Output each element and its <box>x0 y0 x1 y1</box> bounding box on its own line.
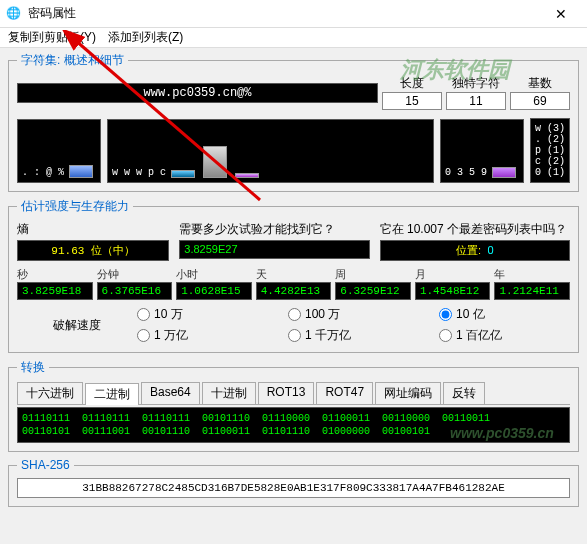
estimate-legend: 估计强度与生存能力 <box>17 198 133 215</box>
worst-list-value: 位置: 0 <box>380 240 570 261</box>
length-value: 15 <box>382 92 442 110</box>
charset-group: 字符集: 概述和细节 www.pc0359.cn@% 长度15 独特字符11 基… <box>8 52 579 192</box>
convert-group: 转换 十六进制 二进制 Base64 十进制 ROT13 ROT47 网址编码 … <box>8 359 579 452</box>
binary-output[interactable]: 01110111 01110111 01110111 00101110 0111… <box>17 407 570 443</box>
entropy-value: 91.63 位（中） <box>17 240 169 261</box>
speed-1b[interactable]: 10 亿 <box>439 306 570 323</box>
speed-100q[interactable]: 1 百亿亿 <box>439 327 570 344</box>
crack-speed-label: 破解速度 <box>17 317 137 334</box>
sha-value[interactable]: 31BB88267278C2485CD316B7DE5828E0AB1E317F… <box>17 478 570 498</box>
tab-rot47[interactable]: ROT47 <box>316 382 373 404</box>
time-row: 秒3.8259E18 分钟6.3765E16 小时1.0628E15 天4.42… <box>17 267 570 300</box>
time-minutes: 6.3765E16 <box>97 282 173 300</box>
tab-decimal[interactable]: 十进制 <box>202 382 256 404</box>
menubar: 复制到剪贴板(Y) 添加到列表(Z) <box>0 28 587 48</box>
tries-value: 3.8259E27 <box>179 240 369 259</box>
estimate-group: 估计强度与生存能力 熵 91.63 位（中） 需要多少次试验才能找到它？ 3.8… <box>8 198 579 353</box>
speed-1m[interactable]: 100 万 <box>288 306 419 323</box>
tab-rot13[interactable]: ROT13 <box>258 382 315 404</box>
speed-10q[interactable]: 1 千万亿 <box>288 327 419 344</box>
unique-label: 独特字符 <box>446 75 506 92</box>
time-weeks: 6.3259E12 <box>335 282 411 300</box>
time-hours: 1.0628E15 <box>176 282 252 300</box>
time-months: 1.4548E12 <box>415 282 491 300</box>
tries-label: 需要多少次试验才能找到它？ <box>179 221 369 238</box>
close-button[interactable]: ✕ <box>541 6 581 22</box>
password-field[interactable]: www.pc0359.cn@% <box>17 83 378 103</box>
speed-1t[interactable]: 1 万亿 <box>137 327 268 344</box>
convert-legend: 转换 <box>17 359 49 376</box>
unique-value: 11 <box>446 92 506 110</box>
convert-tabs: 十六进制 二进制 Base64 十进制 ROT13 ROT47 网址编码 反转 <box>17 382 570 405</box>
speed-100k[interactable]: 10 万 <box>137 306 268 323</box>
tab-urlenc[interactable]: 网址编码 <box>375 382 441 404</box>
menu-copy[interactable]: 复制到剪贴板(Y) <box>8 29 96 46</box>
window-title: 密码属性 <box>28 5 541 22</box>
tab-hex[interactable]: 十六进制 <box>17 382 83 404</box>
length-label: 长度 <box>382 75 442 92</box>
tab-reverse[interactable]: 反转 <box>443 382 485 404</box>
time-days: 4.4282E13 <box>256 282 332 300</box>
entropy-label: 熵 <box>17 221 169 238</box>
sha-group: SHA-256 31BB88267278C2485CD316B7DE5828E0… <box>8 458 579 507</box>
charset-legend: 字符集: 概述和细节 <box>17 52 128 69</box>
titlebar: 🌐 密码属性 ✕ <box>0 0 587 28</box>
base-value: 69 <box>510 92 570 110</box>
tab-binary[interactable]: 二进制 <box>85 383 139 405</box>
sha-legend: SHA-256 <box>17 458 74 472</box>
menu-add[interactable]: 添加到列表(Z) <box>108 29 183 46</box>
time-seconds: 3.8259E18 <box>17 282 93 300</box>
time-years: 1.2124E11 <box>494 282 570 300</box>
globe-icon: 🌐 <box>6 6 22 22</box>
tab-base64[interactable]: Base64 <box>141 382 200 404</box>
char-bars: . : @ % w w w p c 0 3 5 9 w (3) . (2) p … <box>17 118 570 183</box>
base-label: 基数 <box>510 75 570 92</box>
worst-list-label: 它在 10.007 个最差密码列表中吗？ <box>380 221 570 238</box>
